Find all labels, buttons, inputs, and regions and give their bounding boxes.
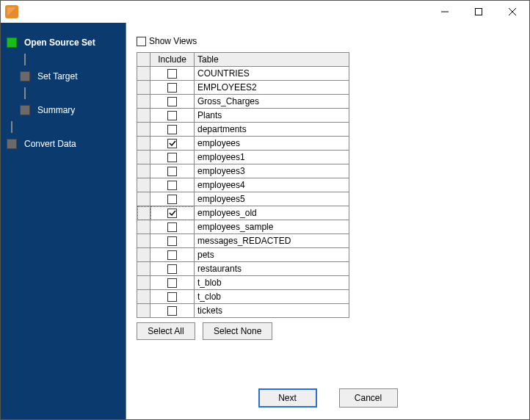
include-checkbox[interactable] — [167, 195, 177, 204]
include-cell[interactable] — [150, 304, 195, 318]
select-all-button[interactable]: Select All — [137, 322, 195, 340]
include-cell[interactable] — [150, 164, 195, 178]
select-none-button[interactable]: Select None — [203, 322, 272, 340]
include-checkbox[interactable] — [167, 264, 177, 274]
include-cell[interactable] — [150, 137, 195, 151]
col-include[interactable]: Include — [150, 53, 195, 67]
table-row[interactable]: tickets — [137, 304, 349, 318]
include-cell[interactable] — [150, 220, 195, 234]
include-cell[interactable] — [150, 206, 195, 220]
tables-grid: Include Table COUNTRIESEMPLOYEES2Gross_C… — [137, 52, 349, 318]
minimize-button[interactable] — [428, 1, 462, 23]
table-row[interactable]: Plants — [137, 109, 349, 123]
step-node-icon — [20, 71, 30, 82]
footer-buttons: Next Cancel — [132, 381, 523, 413]
table-name-cell[interactable]: employees1 — [195, 151, 349, 164]
row-header — [137, 304, 150, 318]
row-header — [137, 206, 150, 220]
table-name-cell[interactable]: restaurants — [195, 262, 349, 276]
include-cell[interactable] — [150, 276, 195, 290]
row-header — [137, 95, 150, 109]
table-name-cell[interactable]: employees3 — [195, 164, 349, 178]
include-cell[interactable] — [150, 234, 195, 248]
include-cell[interactable] — [150, 248, 195, 262]
include-checkbox[interactable] — [167, 111, 177, 120]
table-row[interactable]: t_blob — [137, 276, 349, 290]
include-checkbox[interactable] — [167, 125, 177, 134]
table-name-cell[interactable]: employees — [195, 137, 349, 151]
col-table[interactable]: Table — [195, 53, 349, 67]
table-name-cell[interactable]: COUNTRIES — [195, 67, 349, 81]
table-name-cell[interactable]: pets — [195, 248, 349, 262]
include-checkbox[interactable] — [167, 139, 177, 148]
include-checkbox[interactable] — [167, 278, 177, 288]
include-cell[interactable] — [150, 109, 195, 123]
include-checkbox[interactable] — [167, 209, 177, 218]
table-name-cell[interactable]: t_blob — [195, 276, 349, 290]
close-button[interactable] — [495, 1, 529, 23]
include-cell[interactable] — [150, 262, 195, 276]
row-header — [137, 262, 150, 276]
include-checkbox[interactable] — [167, 306, 177, 316]
table-name-cell[interactable]: employees5 — [195, 192, 349, 206]
include-cell[interactable] — [150, 67, 195, 81]
include-checkbox[interactable] — [167, 236, 177, 246]
table-row[interactable]: employees5 — [137, 192, 349, 206]
include-cell[interactable] — [150, 95, 195, 109]
table-row[interactable]: employees3 — [137, 164, 349, 178]
table-name-cell[interactable]: employees4 — [195, 178, 349, 192]
include-checkbox[interactable] — [167, 250, 177, 260]
table-row[interactable]: employees — [137, 137, 349, 151]
table-row[interactable]: t_clob — [137, 290, 349, 304]
include-cell[interactable] — [150, 123, 195, 137]
cancel-button[interactable]: Cancel — [339, 388, 398, 408]
include-checkbox[interactable] — [167, 167, 177, 176]
wizard-step[interactable]: Set Target — [20, 65, 120, 87]
table-name-cell[interactable]: employees_sample — [195, 220, 349, 234]
table-row[interactable]: departments — [137, 123, 349, 137]
table-name-cell[interactable]: t_clob — [195, 290, 349, 304]
table-name-cell[interactable]: employees_old — [195, 206, 349, 220]
table-row[interactable]: EMPLOYEES2 — [137, 81, 349, 95]
wizard-step[interactable]: Convert Data — [7, 133, 120, 155]
step-label: Convert Data — [24, 139, 76, 149]
table-name-cell[interactable]: Plants — [195, 109, 349, 123]
table-row[interactable]: employees_sample — [137, 220, 349, 234]
table-row[interactable]: pets — [137, 248, 349, 262]
include-cell[interactable] — [150, 178, 195, 192]
table-name-cell[interactable]: Gross_Charges — [195, 95, 349, 109]
next-button[interactable]: Next — [258, 388, 317, 408]
content: Open Source SetSet TargetSummaryConvert … — [1, 23, 529, 419]
include-checkbox[interactable] — [167, 222, 177, 232]
include-cell[interactable] — [150, 192, 195, 206]
include-checkbox[interactable] — [167, 97, 177, 106]
maximize-button[interactable] — [462, 1, 495, 23]
app-icon — [5, 5, 18, 18]
table-name-cell[interactable]: departments — [195, 123, 349, 137]
table-row[interactable]: COUNTRIES — [137, 67, 349, 81]
step-label: Set Target — [37, 71, 77, 82]
svg-rect-1 — [476, 9, 482, 15]
include-cell[interactable] — [150, 81, 195, 95]
table-row[interactable]: Gross_Charges — [137, 95, 349, 109]
table-name-cell[interactable]: tickets — [195, 304, 349, 318]
table-row[interactable]: messages_REDACTED — [137, 234, 349, 248]
show-views-checkbox[interactable]: Show Views — [137, 36, 523, 46]
table-name-cell[interactable]: EMPLOYEES2 — [195, 81, 349, 95]
include-checkbox[interactable] — [167, 181, 177, 190]
table-row[interactable]: employees4 — [137, 178, 349, 192]
table-row[interactable]: employees_old — [137, 206, 349, 220]
table-row[interactable]: restaurants — [137, 262, 349, 276]
include-checkbox[interactable] — [167, 69, 177, 79]
include-checkbox[interactable] — [167, 292, 177, 302]
main-panel: Show Views Include Table COUNTRIESEMPLOY… — [126, 23, 529, 419]
table-name-cell[interactable]: messages_REDACTED — [195, 234, 349, 248]
include-checkbox[interactable] — [167, 83, 177, 93]
show-views-label: Show Views — [149, 36, 197, 46]
wizard-step[interactable]: Summary — [20, 99, 120, 121]
include-cell[interactable] — [150, 290, 195, 304]
include-checkbox[interactable] — [167, 153, 177, 162]
table-row[interactable]: employees1 — [137, 151, 349, 164]
wizard-step[interactable]: Open Source Set — [7, 32, 120, 54]
include-cell[interactable] — [150, 151, 195, 164]
